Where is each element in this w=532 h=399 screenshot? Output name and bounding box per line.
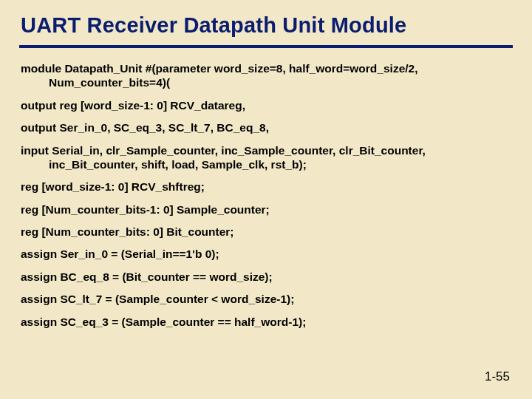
code-text: input Serial_in, clr_Sample_counter, inc…	[21, 143, 511, 157]
code-text-continuation: inc_Bit_counter, shift, load, Sample_clk…	[21, 157, 511, 171]
code-line: output reg [word_size-1: 0] RCV_datareg,	[21, 98, 511, 112]
code-line: output Ser_in_0, SC_eq_3, SC_lt_7, BC_eq…	[21, 120, 511, 134]
code-line: reg [Num_counter_bits-1: 0] Sample_count…	[21, 202, 511, 216]
code-line: assign SC_eq_3 = (Sample_counter == half…	[21, 315, 511, 329]
code-line: assign SC_lt_7 = (Sample_counter < word_…	[21, 292, 511, 306]
slide: UART Receiver Datapath Unit Module modul…	[0, 0, 532, 399]
page-number: 1-55	[485, 369, 510, 384]
code-line: input Serial_in, clr_Sample_counter, inc…	[21, 143, 511, 172]
code-line: reg [Num_counter_bits: 0] Bit_counter;	[21, 225, 511, 239]
code-line: reg [word_size-1: 0] RCV_shftreg;	[21, 180, 511, 194]
code-line: assign Ser_in_0 = (Serial_in==1'b 0);	[21, 247, 511, 261]
code-text-continuation: Num_counter_bits=4)(	[21, 75, 511, 89]
slide-title: UART Receiver Datapath Unit Module	[21, 13, 511, 38]
slide-body: module Datapath_Unit #(parameter word_si…	[21, 61, 511, 329]
title-underline	[19, 45, 513, 48]
code-line: assign BC_eq_8 = (Bit_counter == word_si…	[21, 270, 511, 284]
code-text: module Datapath_Unit #(parameter word_si…	[21, 61, 511, 75]
code-line: module Datapath_Unit #(parameter word_si…	[21, 61, 511, 90]
